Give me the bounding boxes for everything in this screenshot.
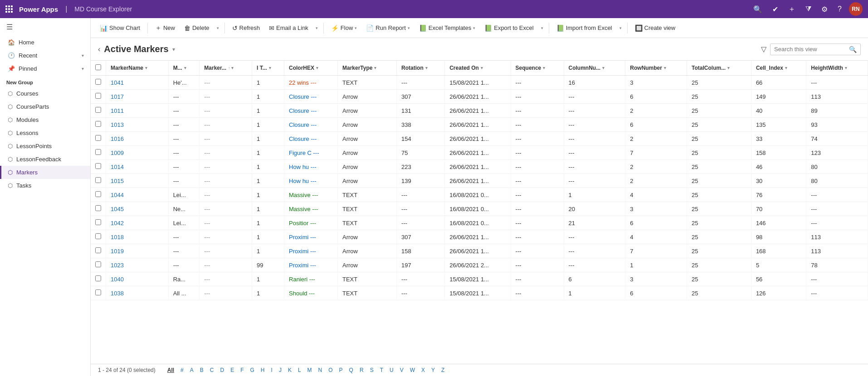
row-color[interactable]: Ranieri --- [284, 272, 338, 286]
alpha-link-f[interactable]: F [238, 366, 246, 374]
alpha-link-s[interactable]: S [367, 366, 376, 374]
row-color[interactable]: Proximi --- [284, 244, 338, 258]
row-check[interactable] [91, 90, 106, 104]
row-color[interactable]: How hu --- [284, 160, 338, 174]
sidebar-item-recent[interactable]: 🕐 Recent ▾ [0, 49, 90, 62]
row-color[interactable]: Positior --- [284, 216, 338, 230]
alpha-link-g[interactable]: G [248, 366, 257, 374]
alpha-link-#[interactable]: # [178, 366, 186, 374]
alpha-link-r[interactable]: R [357, 366, 366, 374]
row-markername[interactable]: 1042 [106, 216, 169, 230]
row-color[interactable]: Closure --- [284, 90, 338, 104]
row-check[interactable] [91, 146, 106, 160]
run-report-button[interactable]: 📄 Run Report ▾ [362, 22, 413, 34]
alpha-link-m[interactable]: M [305, 366, 315, 374]
hamburger-icon[interactable]: ☰ [0, 18, 90, 36]
sidebar-item-courses[interactable]: ⬡ Courses [0, 87, 90, 100]
alpha-link-k[interactable]: K [285, 366, 294, 374]
export-dropdown-btn[interactable]: ▾ [539, 26, 545, 30]
new-button[interactable]: ＋ New [151, 22, 179, 34]
alpha-link-d[interactable]: D [217, 366, 227, 374]
alpha-link-n[interactable]: N [316, 366, 325, 374]
row-markername[interactable]: 1040 [106, 272, 169, 286]
col-m[interactable]: M...▾ [168, 61, 200, 76]
row-check[interactable] [91, 244, 106, 258]
alpha-link-j[interactable]: J [276, 366, 284, 374]
sidebar-item-home[interactable]: 🏠 Home [0, 36, 90, 49]
col-rownumber[interactable]: RowNumber▾ [625, 61, 687, 76]
row-markername[interactable]: 1015 [106, 174, 169, 188]
alpha-link-h[interactable]: H [258, 366, 268, 374]
row-check[interactable] [91, 174, 106, 188]
col-rotation[interactable]: Rotation▾ [397, 61, 445, 76]
sidebar-item-courseparts[interactable]: ⬡ CourseParts [0, 100, 90, 113]
row-markername[interactable]: 1023 [106, 258, 169, 272]
row-color[interactable]: 22 wins --- [284, 76, 338, 90]
row-color[interactable]: Proximi --- [284, 230, 338, 244]
col-totalcol[interactable]: TotalColum...▾ [687, 61, 751, 76]
col-colorhex[interactable]: ColorHEX▾ [284, 61, 338, 76]
select-all-col[interactable] [91, 61, 106, 76]
row-check[interactable] [91, 104, 106, 118]
alpha-link-y[interactable]: Y [429, 366, 438, 374]
row-color[interactable]: Closure --- [284, 104, 338, 118]
title-dropdown-caret[interactable]: ▾ [172, 46, 175, 53]
row-markername[interactable]: 1016 [106, 132, 169, 146]
filter-topbar-btn[interactable]: ⧩ [803, 3, 814, 15]
row-markername[interactable]: 1044 [106, 188, 169, 202]
row-check[interactable] [91, 216, 106, 230]
row-markername[interactable]: 1018 [106, 230, 169, 244]
col-cellindex[interactable]: Cell_Index▾ [751, 61, 806, 76]
sidebar-item-lessonfeedback[interactable]: ⬡ LessonFeedback [0, 153, 90, 166]
add-btn[interactable]: ＋ [785, 3, 798, 16]
col-markername[interactable]: MarkerName▾ [106, 61, 169, 76]
alpha-link-a[interactable]: A [187, 366, 196, 374]
show-chart-button[interactable]: 📊 Show Chart [96, 22, 144, 34]
flow-button[interactable]: ⚡ Flow ▾ [327, 22, 361, 34]
row-markername[interactable]: 1009 [106, 146, 169, 160]
col-createdon[interactable]: Created On▾ [445, 61, 511, 76]
row-check[interactable] [91, 272, 106, 286]
col-it[interactable]: I T...▾ [252, 61, 284, 76]
alpha-link-all[interactable]: All [165, 366, 177, 374]
row-check[interactable] [91, 230, 106, 244]
waffle-icon[interactable] [5, 5, 13, 13]
alpha-link-w[interactable]: W [407, 366, 418, 374]
delete-button[interactable]: 🗑 Delete [180, 22, 213, 34]
help-btn[interactable]: ? [835, 3, 844, 15]
check-circle-btn[interactable]: ✔ [770, 3, 781, 15]
alpha-link-u[interactable]: U [387, 366, 396, 374]
row-markername[interactable]: 1041 [106, 76, 169, 90]
row-markername[interactable]: 1017 [106, 90, 169, 104]
search-box[interactable]: 🔍 [770, 43, 861, 55]
row-color[interactable]: Closure --- [284, 132, 338, 146]
sidebar-item-tasks[interactable]: ⬡ Tasks [0, 179, 90, 192]
excel-templates-button[interactable]: 📗 Excel Templates ▾ [415, 22, 479, 34]
row-check[interactable] [91, 118, 106, 132]
import-dropdown-btn[interactable]: ▾ [618, 26, 624, 30]
alpha-link-z[interactable]: Z [439, 366, 447, 374]
alpha-link-b[interactable]: B [197, 366, 206, 374]
row-check[interactable] [91, 76, 106, 90]
row-check[interactable] [91, 202, 106, 216]
row-color[interactable]: How hu --- [284, 174, 338, 188]
sidebar-item-modules[interactable]: ⬡ Modules [0, 113, 90, 126]
row-check[interactable] [91, 160, 106, 174]
col-marker[interactable]: Marker...↑ ▾ [200, 61, 252, 76]
back-button[interactable]: ‹ [98, 45, 100, 53]
alpha-link-e[interactable]: E [228, 366, 237, 374]
row-check[interactable] [91, 188, 106, 202]
create-view-button[interactable]: 🔲 Create view [631, 22, 679, 34]
alpha-link-l[interactable]: L [295, 366, 304, 374]
alpha-link-q[interactable]: Q [346, 366, 356, 374]
row-color[interactable]: Massive --- [284, 202, 338, 216]
alpha-link-c[interactable]: C [207, 366, 217, 374]
delete-dropdown-btn[interactable]: ▾ [215, 26, 221, 30]
email-dropdown-btn[interactable]: ▾ [314, 26, 320, 30]
import-excel-button[interactable]: 📗 Import from Excel [553, 22, 616, 34]
alpha-link-p[interactable]: P [336, 366, 346, 374]
col-columnnum[interactable]: ColumnNu...▾ [564, 61, 625, 76]
col-sequence[interactable]: Sequence▾ [511, 61, 564, 76]
avatar[interactable]: RN [849, 2, 863, 16]
search-input[interactable] [774, 46, 846, 53]
